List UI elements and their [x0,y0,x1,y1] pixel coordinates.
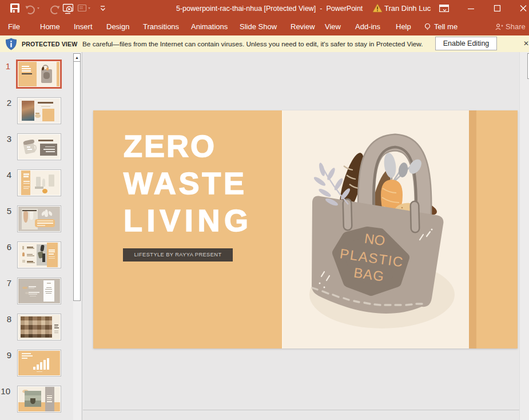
svg-text:NO: NO [364,231,386,249]
